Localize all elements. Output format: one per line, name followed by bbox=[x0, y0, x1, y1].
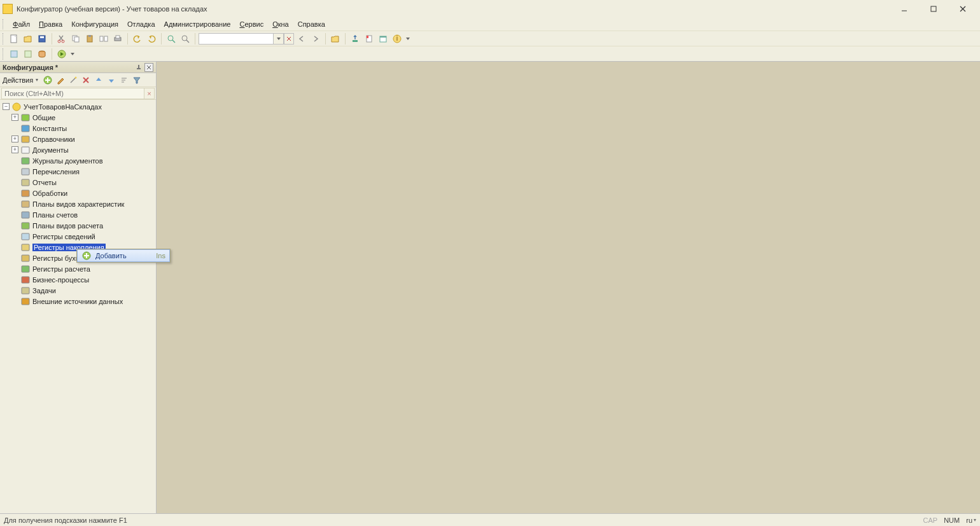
tree-item[interactable]: +Журналы документов bbox=[0, 155, 156, 166]
minimize-button[interactable] bbox=[890, 0, 919, 18]
tree-item[interactable]: +Перечисления bbox=[0, 166, 156, 177]
move-down-button[interactable] bbox=[106, 74, 117, 86]
tree-item-label: Отчеты bbox=[32, 179, 57, 186]
tree-item[interactable]: +Бизнес-процессы bbox=[0, 274, 156, 285]
move-up-button[interactable] bbox=[93, 74, 104, 86]
menu-окна[interactable]: Окна bbox=[269, 19, 293, 29]
open-file-button[interactable] bbox=[22, 32, 34, 45]
actions-dropdown-icon[interactable]: ▾ bbox=[36, 77, 41, 83]
tree-item[interactable]: +Справочники bbox=[0, 134, 156, 144]
panel-titlebar: Конфигурация * bbox=[0, 62, 156, 73]
undo-button[interactable] bbox=[131, 32, 144, 45]
svg-rect-51 bbox=[22, 136, 29, 142]
search-clear-button[interactable] bbox=[284, 33, 294, 45]
menu-справка[interactable]: Справка bbox=[294, 19, 329, 29]
status-lang[interactable]: ru bbox=[966, 516, 972, 524]
panel-pin-button[interactable] bbox=[134, 63, 143, 72]
cut-button[interactable] bbox=[55, 32, 68, 45]
config-tree[interactable]: − УчетТоваровНаСкладах +Общие+Константы+… bbox=[0, 100, 156, 513]
db-config-button[interactable] bbox=[22, 48, 34, 60]
menu-сервис[interactable]: Сервис bbox=[235, 19, 267, 29]
svg-rect-25 bbox=[367, 36, 368, 38]
panel-search-clear[interactable]: × bbox=[144, 88, 155, 99]
toolbar-secondary bbox=[0, 46, 980, 61]
debug-dropdown[interactable] bbox=[69, 48, 76, 60]
sort-button[interactable] bbox=[118, 74, 130, 86]
compare-button[interactable] bbox=[97, 32, 110, 45]
tree-item-label: Задачи bbox=[32, 287, 56, 294]
calendar-button[interactable] bbox=[377, 32, 389, 45]
svg-rect-31 bbox=[25, 51, 31, 57]
tree-item[interactable]: +Константы bbox=[0, 123, 156, 134]
tree-item[interactable]: +Планы видов расчета bbox=[0, 220, 156, 231]
copy-button[interactable] bbox=[69, 32, 82, 45]
tree-item[interactable]: +Документы bbox=[0, 144, 156, 155]
add-button[interactable] bbox=[42, 74, 53, 86]
help-button[interactable]: i bbox=[391, 32, 403, 45]
new-file-button[interactable] bbox=[8, 32, 20, 45]
debug-start-button[interactable] bbox=[55, 48, 68, 60]
tree-item[interactable]: +Задачи bbox=[0, 285, 156, 296]
tree-item[interactable]: +Регистры сведений bbox=[0, 231, 156, 242]
syntax-check-button[interactable] bbox=[349, 32, 361, 45]
save-button[interactable] bbox=[36, 32, 48, 45]
find-prev-button[interactable] bbox=[295, 32, 308, 45]
expander-blank: + bbox=[11, 222, 18, 229]
menu-правка[interactable]: Правка bbox=[35, 19, 66, 29]
tree-item[interactable]: +Отчеты bbox=[0, 177, 156, 188]
panel-search-input[interactable] bbox=[1, 88, 144, 99]
expander-icon[interactable]: + bbox=[11, 146, 18, 153]
menu-администрирование[interactable]: Администрирование bbox=[160, 19, 235, 29]
toolbar2-grip bbox=[3, 48, 5, 60]
svg-point-17 bbox=[168, 36, 173, 41]
expander-icon[interactable]: + bbox=[11, 114, 18, 121]
find-button[interactable] bbox=[165, 32, 178, 45]
tree-item[interactable]: +Общие bbox=[0, 112, 156, 123]
close-button[interactable] bbox=[948, 0, 977, 18]
svg-rect-62 bbox=[22, 255, 29, 261]
wand-button[interactable] bbox=[67, 74, 79, 86]
tree-item-icon bbox=[20, 188, 31, 198]
maximize-button[interactable] bbox=[919, 0, 948, 18]
open-folder-button[interactable] bbox=[329, 32, 342, 45]
menubar-grip bbox=[3, 19, 5, 29]
context-menu-add[interactable]: Добавить Ins bbox=[77, 249, 170, 262]
tree-item[interactable]: +Планы видов характеристик bbox=[0, 198, 156, 209]
paste-button[interactable] bbox=[83, 32, 96, 45]
search-input[interactable] bbox=[199, 33, 274, 45]
tree-item[interactable]: +Обработки bbox=[0, 188, 156, 198]
tree-item-label: Регистры расчета bbox=[32, 265, 90, 273]
menu-отладка[interactable]: Отладка bbox=[123, 19, 158, 29]
search-dropdown-button[interactable] bbox=[274, 33, 284, 45]
expander-icon[interactable]: + bbox=[11, 135, 18, 142]
open-config-button[interactable] bbox=[8, 48, 20, 60]
delete-button[interactable] bbox=[80, 74, 92, 86]
find-global-button[interactable] bbox=[179, 32, 192, 45]
panel-close-button[interactable] bbox=[144, 63, 153, 72]
actions-menu[interactable]: Действия bbox=[3, 76, 34, 84]
redo-button[interactable] bbox=[145, 32, 158, 45]
tree-root[interactable]: − УчетТоваровНаСкладах bbox=[0, 101, 156, 112]
find-next-button[interactable] bbox=[309, 32, 322, 45]
update-db-button[interactable] bbox=[36, 48, 48, 60]
add-icon bbox=[81, 251, 92, 261]
tree-item-label: Документы bbox=[32, 146, 69, 154]
bookmark-list-button[interactable] bbox=[363, 32, 375, 45]
tree-item[interactable]: +Регистры расчета bbox=[0, 263, 156, 274]
menu-файл[interactable]: Файл bbox=[9, 19, 34, 29]
edit-button[interactable] bbox=[55, 74, 66, 86]
lang-dropdown-icon[interactable]: ▾ bbox=[974, 517, 976, 523]
help-dropdown[interactable] bbox=[405, 32, 411, 45]
search-combo[interactable] bbox=[199, 33, 294, 45]
tree-item-icon bbox=[20, 123, 31, 134]
filter-button[interactable] bbox=[131, 74, 143, 86]
print-button[interactable] bbox=[111, 32, 124, 45]
menu-конфигурация[interactable]: Конфигурация bbox=[67, 19, 122, 29]
tree-item[interactable]: +Планы счетов bbox=[0, 209, 156, 220]
svg-point-19 bbox=[182, 36, 187, 41]
tree-item-icon bbox=[20, 296, 31, 307]
expander-blank: + bbox=[11, 157, 18, 164]
expander-icon[interactable]: − bbox=[3, 103, 10, 110]
expander-blank: + bbox=[11, 125, 18, 132]
tree-item[interactable]: +Внешние источники данных bbox=[0, 296, 156, 307]
